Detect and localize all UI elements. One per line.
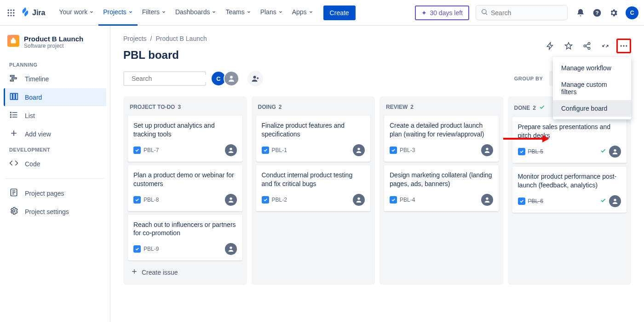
card-pbl-6[interactable]: Monitor product performance post-launch … bbox=[512, 167, 627, 213]
search-input[interactable] bbox=[491, 9, 571, 17]
chevron-down-icon bbox=[278, 8, 283, 16]
sidebar-item-board[interactable]: Board bbox=[4, 88, 106, 106]
assignee-avatar[interactable] bbox=[224, 71, 239, 86]
assignee-icon bbox=[481, 144, 493, 156]
sidebar-item-label: Timeline bbox=[25, 75, 49, 83]
menu-item-manage-workflow[interactable]: Manage workflow bbox=[553, 60, 631, 76]
create-button[interactable]: Create bbox=[323, 6, 356, 20]
svg-rect-12 bbox=[11, 40, 16, 43]
breadcrumb-root[interactable]: Projects bbox=[123, 35, 147, 42]
column-header: PROJECT TO-DO 3 bbox=[128, 101, 242, 112]
help-icon[interactable]: ? bbox=[590, 6, 604, 20]
assignee-icon bbox=[609, 146, 621, 158]
card-pbl-9[interactable]: Reach out to influencers or partners for… bbox=[128, 215, 242, 261]
svg-point-21 bbox=[11, 117, 12, 118]
assignee-icon bbox=[225, 194, 237, 206]
breadcrumb-current[interactable]: Product B Launch bbox=[155, 35, 207, 42]
nav-apps[interactable]: Apps bbox=[288, 0, 318, 26]
trial-badge[interactable]: ✦ 30 days left bbox=[415, 6, 469, 20]
nav-plans[interactable]: Plans bbox=[256, 0, 288, 26]
sidebar-item-timeline[interactable]: Timeline bbox=[4, 70, 106, 88]
more-actions-button[interactable] bbox=[616, 39, 631, 53]
project-header[interactable]: Product B Launch Software project bbox=[4, 35, 106, 58]
chevron-down-icon bbox=[89, 8, 94, 16]
svg-point-39 bbox=[357, 197, 360, 199]
svg-point-20 bbox=[11, 114, 12, 115]
svg-point-23 bbox=[13, 210, 15, 212]
jira-logo[interactable]: Jira bbox=[20, 7, 45, 19]
chevron-down-icon bbox=[309, 8, 313, 16]
card-key: PBL-9 bbox=[133, 245, 159, 253]
project-pages-icon bbox=[9, 188, 18, 198]
share-icon[interactable] bbox=[580, 39, 594, 53]
board-search[interactable] bbox=[123, 71, 206, 86]
card-pbl-2[interactable]: Conduct internal product testing and fix… bbox=[256, 165, 371, 211]
svg-point-3 bbox=[8, 12, 9, 13]
chevron-down-icon bbox=[247, 8, 251, 16]
menu-item-manage-custom-filters[interactable]: Manage custom filters bbox=[553, 76, 631, 100]
column-name: DOING bbox=[258, 104, 276, 110]
user-avatar[interactable]: C bbox=[626, 6, 638, 19]
settings-icon[interactable] bbox=[606, 6, 621, 20]
card-key: PBL-1 bbox=[262, 147, 287, 154]
sidebar-item-project-pages[interactable]: Project pages bbox=[4, 184, 106, 202]
sidebar-item-label: List bbox=[25, 112, 35, 119]
app-switcher-icon[interactable] bbox=[6, 7, 17, 18]
nav-filters[interactable]: Filters bbox=[138, 0, 171, 26]
task-type-icon bbox=[133, 196, 141, 203]
sidebar-item-label: Board bbox=[25, 94, 42, 101]
card-pbl-8[interactable]: Plan a product demo or webinar for custo… bbox=[128, 165, 242, 211]
column-header: DOING 2 bbox=[256, 101, 371, 112]
sidebar-item-list[interactable]: List bbox=[4, 107, 106, 124]
nav-dashboards[interactable]: Dashboards bbox=[171, 0, 221, 26]
project-settings-icon bbox=[9, 206, 18, 217]
column-doing: DOING 2Finalize product features and spe… bbox=[252, 96, 375, 285]
assignee-icon bbox=[353, 144, 365, 156]
notifications-icon[interactable] bbox=[573, 6, 588, 20]
card-key: PBL-2 bbox=[262, 196, 287, 203]
sidebar-item-add-view[interactable]: Add view bbox=[4, 125, 106, 143]
card-pbl-1[interactable]: Finalize product features and specificat… bbox=[256, 116, 371, 162]
task-type-icon bbox=[390, 147, 397, 154]
fullscreen-icon[interactable] bbox=[598, 39, 613, 53]
assignee-icon bbox=[481, 194, 493, 206]
sidebar: Product B Launch Software project PLANNI… bbox=[0, 26, 110, 322]
nav-your-work[interactable]: Your work bbox=[54, 0, 98, 26]
nav-teams[interactable]: Teams bbox=[221, 0, 255, 26]
column-done: DONE 2 Prepare sales presentations and p… bbox=[508, 96, 632, 285]
automation-icon[interactable] bbox=[543, 39, 558, 53]
sidebar-item-project-settings[interactable]: Project settings bbox=[4, 203, 106, 220]
board-search-input[interactable] bbox=[132, 75, 212, 82]
column-count: 3 bbox=[178, 104, 181, 110]
svg-rect-17 bbox=[13, 93, 15, 99]
menu-item-configure-board[interactable]: Configure board bbox=[553, 100, 631, 117]
card-pbl-7[interactable]: Set up product analytics and tracking to… bbox=[128, 116, 242, 162]
project-icon bbox=[7, 35, 19, 47]
sidebar-item-label: Add view bbox=[25, 130, 51, 138]
add-people-button[interactable] bbox=[247, 71, 263, 86]
svg-point-42 bbox=[614, 149, 616, 151]
sidebar-item-label: Code bbox=[25, 160, 40, 168]
list-icon bbox=[9, 110, 18, 121]
star-icon[interactable] bbox=[561, 39, 576, 53]
card-pbl-4[interactable]: Design marketing collateral (landing pag… bbox=[384, 165, 499, 211]
create-issue-button[interactable]: Create issue bbox=[128, 264, 242, 280]
svg-point-4 bbox=[10, 12, 12, 13]
board-icon bbox=[9, 92, 18, 102]
nav-projects[interactable]: Projects bbox=[98, 0, 138, 26]
global-search[interactable] bbox=[476, 5, 568, 20]
svg-point-37 bbox=[230, 247, 232, 249]
card-title: Finalize product features and specificat… bbox=[262, 121, 365, 139]
svg-point-0 bbox=[8, 9, 9, 11]
sidebar-item-code[interactable]: Code bbox=[4, 155, 106, 173]
card-pbl-3[interactable]: Create a detailed product launch plan (w… bbox=[384, 116, 499, 162]
svg-point-34 bbox=[253, 76, 256, 79]
sidebar-item-label: Project settings bbox=[25, 208, 69, 215]
svg-point-2 bbox=[13, 9, 14, 11]
svg-point-25 bbox=[584, 45, 586, 47]
plus-icon bbox=[131, 268, 138, 277]
annotation-arrow bbox=[503, 133, 549, 146]
done-check-icon bbox=[600, 147, 606, 155]
card-key: PBL-6 bbox=[518, 198, 543, 205]
card-title: Monitor product performance post-launch … bbox=[518, 172, 621, 190]
